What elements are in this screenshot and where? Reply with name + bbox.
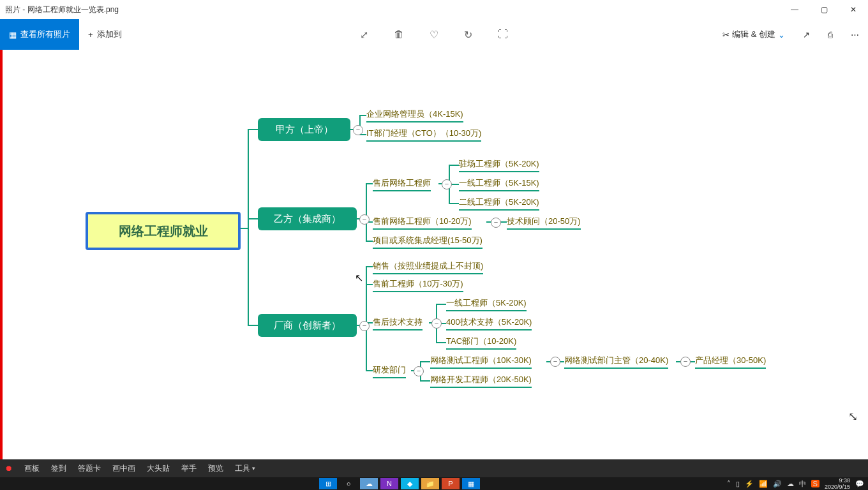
add-to-button[interactable]: + 添加到	[79, 29, 131, 40]
leaf-item[interactable]: 一线工程师（5K-20K)	[446, 297, 527, 311]
taskbar-app[interactable]: ◆	[401, 478, 419, 489]
leaf-item[interactable]: 技术顾问（20-50万)	[507, 216, 581, 230]
tab-pip[interactable]: 画中画	[112, 463, 135, 474]
more-icon[interactable]: ⋯	[851, 30, 859, 40]
leaf-item[interactable]: 网络开发工程师（20K-50K)	[430, 374, 532, 388]
clock[interactable]: 9:38 2020/9/15	[825, 477, 850, 490]
volume-icon[interactable]: 🔊	[773, 480, 782, 488]
leaf-item[interactable]: 售后技术支持	[373, 316, 423, 330]
tab-tools[interactable]: 工具▾	[235, 463, 255, 474]
tab-sticker[interactable]: 大头贴	[147, 463, 170, 474]
photo-icon: ▦	[9, 30, 17, 40]
leaf-item[interactable]: 网络测试工程师（10K-30K)	[430, 355, 532, 369]
edit-icon: ✂	[722, 30, 730, 40]
collapse-icon[interactable]: −	[414, 366, 424, 376]
taskbar-app[interactable]: ⊞	[319, 478, 337, 489]
toolbar: ▦ 查看所有照片 + 添加到 ⤢ 🗑 ♡ ↻ ⛶ ✂ 编辑 & 创建 ⌄ ↗ ⎙…	[0, 19, 868, 50]
taskbar-app[interactable]: 📁	[421, 478, 439, 489]
edit-create-button[interactable]: ✂ 编辑 & 创建 ⌄	[722, 29, 785, 40]
mindmap-root[interactable]: 网络工程师就业	[86, 212, 241, 250]
branch-vendor[interactable]: 厂商（创新者）	[258, 314, 357, 337]
record-icon[interactable]: ⏺	[5, 464, 13, 473]
leaf-item[interactable]: 产品经理（30-50K)	[695, 355, 766, 369]
wifi-icon[interactable]: 📶	[759, 480, 768, 488]
delete-icon[interactable]: 🗑	[394, 29, 404, 41]
favorite-icon[interactable]: ♡	[430, 29, 438, 41]
branch-integrator[interactable]: 乙方（集成商）	[258, 207, 357, 230]
ime-icon[interactable]: 中	[799, 479, 806, 489]
network-icon[interactable]: ⚡	[745, 480, 754, 488]
taskbar-app[interactable]: N	[380, 478, 398, 489]
tab-signin[interactable]: 签到	[51, 463, 66, 474]
battery-icon[interactable]: ▯	[736, 480, 740, 488]
crop-icon[interactable]: ⛶	[498, 29, 508, 41]
print-icon[interactable]: ⎙	[828, 30, 833, 40]
tray-up-icon[interactable]: ˄	[727, 480, 731, 488]
tab-raise-hand[interactable]: 举手	[181, 463, 197, 474]
onedrive-icon[interactable]: ☁	[787, 480, 794, 488]
tab-answer[interactable]: 答题卡	[78, 463, 101, 474]
notifications-icon[interactable]: 💬	[855, 480, 864, 488]
sogou-icon[interactable]: S	[811, 480, 819, 487]
title-bar: 照片 - 网络工程师就业一览表.png — ▢ ✕	[0, 0, 868, 19]
leaf-item[interactable]: 二线工程师（5K-20K)	[459, 197, 539, 211]
collapse-icon[interactable]: −	[491, 218, 501, 228]
maximize-button[interactable]: ▢	[809, 0, 839, 19]
collapse-icon[interactable]: −	[353, 125, 363, 135]
leaf-item[interactable]: 项目或系统集成经理(15-50万)	[373, 235, 483, 249]
leaf-item[interactable]: 售后网络工程师	[373, 177, 431, 191]
leaf-item[interactable]: 驻场工程师（5K-20K)	[459, 158, 539, 172]
collapse-icon[interactable]: −	[680, 357, 691, 367]
minimize-button[interactable]: —	[780, 0, 809, 19]
leaf-item[interactable]: 400技术支持（5K-20K)	[446, 316, 532, 330]
window-title: 照片 - 网络工程师就业一览表.png	[5, 4, 119, 15]
fullscreen-icon[interactable]: ⤡	[848, 410, 858, 424]
close-button[interactable]: ✕	[839, 0, 868, 19]
view-all-photos-button[interactable]: ▦ 查看所有照片	[0, 19, 79, 50]
taskbar-app[interactable]: P	[442, 478, 460, 489]
leaf-item[interactable]: 一线工程师（5K-15K)	[459, 177, 539, 191]
zoom-icon[interactable]: ⤢	[360, 29, 368, 41]
tab-canvas[interactable]: 画板	[24, 463, 40, 474]
leaf-item[interactable]: 销售（按照业绩提成上不封顶)	[373, 260, 483, 274]
image-canvas: 网络工程师就业 甲方（上帝） 企业网络管理员（4K-15K) IT部门经理（CT…	[0, 50, 868, 459]
leaf-item[interactable]: 售前工程师（10万-30万)	[373, 278, 463, 292]
branch-client[interactable]: 甲方（上帝）	[258, 118, 350, 141]
leaf-item[interactable]: 售前网络工程师（10-20万)	[373, 216, 472, 230]
leaf-item[interactable]: 研发部门	[373, 364, 406, 378]
rotate-icon[interactable]: ↻	[464, 29, 472, 41]
taskbar-app[interactable]: ▦	[462, 478, 480, 489]
leaf-item[interactable]: TAC部门（10-20K)	[446, 336, 516, 350]
plus-icon: +	[88, 30, 93, 40]
collapse-icon[interactable]: −	[442, 179, 452, 189]
app-tab-bar: ⏺ 画板 签到 答题卡 画中画 大头贴 举手 预览 工具▾	[0, 459, 868, 477]
taskbar-app[interactable]: ☁	[360, 478, 378, 489]
mouse-cursor-icon: ↖	[355, 272, 363, 284]
system-tray: ˄ ▯ ⚡ 📶 🔊 ☁ 中 S 9:38 2020/9/15 💬	[727, 477, 864, 490]
share-icon[interactable]: ↗	[803, 30, 810, 40]
collapse-icon[interactable]: −	[550, 357, 560, 367]
chevron-down-icon: ⌄	[778, 30, 785, 40]
collapse-icon[interactable]: −	[431, 318, 442, 329]
leaf-item[interactable]: IT部门经理（CTO）（10-30万)	[366, 128, 481, 142]
collapse-icon[interactable]: −	[359, 214, 370, 225]
leaf-item[interactable]: 网络测试部门主管（20-40K)	[564, 355, 668, 369]
collapse-icon[interactable]: −	[359, 321, 370, 331]
taskbar-app[interactable]: ○	[340, 478, 357, 489]
windows-taskbar: ⊞ ○ ☁ N ◆ 📁 P ▦ ˄ ▯ ⚡ 📶 🔊 ☁ 中 S 9:38 202…	[0, 477, 868, 490]
leaf-item[interactable]: 企业网络管理员（4K-15K)	[366, 108, 463, 122]
tab-preview[interactable]: 预览	[208, 463, 223, 474]
